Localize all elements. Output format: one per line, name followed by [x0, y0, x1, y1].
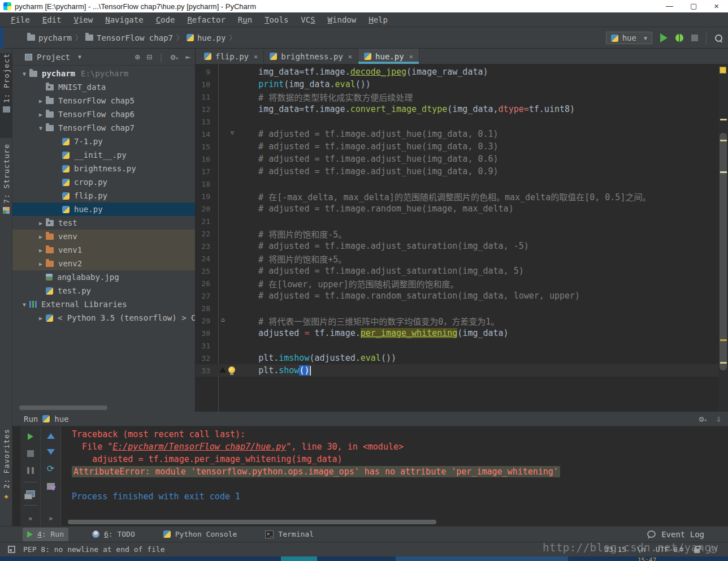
menu-help[interactable]: Help — [362, 14, 394, 26]
code-editor[interactable]: 9 img_data=tf.image.decode_jpeg(image_ra… — [196, 64, 718, 412]
intention-bulb-icon[interactable] — [228, 366, 235, 373]
code-line-27[interactable]: 27 # adjusted = tf.image.random_saturati… — [196, 290, 718, 302]
rerun-button[interactable] — [28, 433, 33, 440]
tool-window-tab-project[interactable]: 1: Project — [0, 53, 12, 138]
tree-item-tensorflow-chap6[interactable]: ▶TensorFlow chap6 — [12, 107, 195, 121]
code-text[interactable]: # adjusted = tf.image.adjust_saturation(… — [238, 241, 718, 251]
toolwindow-button-4-run[interactable]: 4: Run — [23, 528, 68, 541]
code-line-28[interactable]: 28 — [196, 302, 718, 314]
fold-marker-icon[interactable]: ▽ — [231, 130, 234, 136]
tree-item-pycharm[interactable]: ▼pycharmE:\pycharm — [12, 67, 195, 80]
editor-scrollbar-thumb[interactable] — [720, 133, 727, 370]
code-line-25[interactable]: 25 # adjusted = tf.image.adjust_saturati… — [196, 265, 718, 277]
tree-expand-arrow-icon[interactable]: ▼ — [19, 71, 29, 77]
locate-file-icon[interactable]: ⊕ — [135, 52, 140, 62]
gear-icon[interactable]: ⚙▾ — [171, 52, 179, 62]
split-view-icon[interactable]: ⊟ — [146, 52, 151, 62]
tree-item--python-3-5-tensorflow-c[interactable]: ▶< Python 3.5 (tensorflow) > C — [12, 311, 195, 325]
menu-window[interactable]: Window — [322, 14, 363, 26]
close-button[interactable]: × — [714, 0, 719, 12]
tree-item-tensorflow-chap7[interactable]: ▼TensorFlow chap7 — [12, 121, 195, 135]
code-line-20[interactable]: 20 # adjusted = tf.image.random_hue(imag… — [196, 202, 718, 215]
code-line-26[interactable]: 26 # 在[lower, upper]的范围随机调整图的饱和度。 — [196, 277, 718, 290]
code-line-15[interactable]: 15 # adjusted = tf.image.adjust_hue(img_… — [196, 140, 718, 153]
chevron-down-icon[interactable]: ▼ — [78, 54, 81, 60]
tree-expand-arrow-icon[interactable]: ▶ — [36, 315, 46, 321]
close-tab-icon[interactable]: ✕ — [348, 53, 352, 61]
tree-expand-arrow-icon[interactable]: ▶ — [36, 220, 46, 226]
tree-item-brightness-py[interactable]: brightness.py — [12, 162, 195, 175]
code-line-21[interactable]: 21 — [196, 215, 718, 227]
tree-item-venv2[interactable]: ▶venv2 — [12, 257, 195, 270]
warning-stripe-mark[interactable] — [720, 362, 727, 364]
code-text[interactable]: img_data=tf.image.decode_jpeg(image_raw_… — [238, 67, 718, 77]
file-encoding[interactable]: UTF-8 — [656, 545, 678, 554]
show-running-processes-icon[interactable] — [26, 490, 35, 497]
file-status-warning-indicator[interactable] — [720, 67, 726, 74]
next-trace-icon[interactable] — [47, 449, 55, 455]
menu-code[interactable]: Code — [150, 14, 181, 26]
code-line-18[interactable]: 18 — [196, 178, 718, 190]
tree-item-tensorflow-chap5[interactable]: ▶TensorFlow chap5 — [12, 94, 195, 107]
code-line-31[interactable]: 31 — [196, 339, 718, 352]
code-line-30[interactable]: 30 adjusted = tf.image.per_image_whiteni… — [196, 327, 718, 339]
code-text[interactable]: # adjusted = tf.image.random_hue(image, … — [238, 204, 718, 214]
warning-stripe-mark[interactable] — [720, 119, 727, 120]
gutter-nav-arrow-icon[interactable] — [219, 367, 226, 373]
tree-item-flip-py[interactable]: flip.py — [12, 189, 195, 202]
code-line-11[interactable]: 11 # 将数据的类型转化成实数方便后续处理 — [196, 90, 718, 103]
tree-item-test[interactable]: ▶test — [12, 216, 195, 230]
tree-item-mnist-data[interactable]: MNIST_data — [12, 80, 195, 94]
menu-view[interactable]: View — [67, 14, 99, 26]
tool-window-tab-structure[interactable]: 7: Structure — [0, 144, 12, 240]
tree-item-external-libraries[interactable]: ▼External Libraries — [12, 297, 195, 311]
code-line-13[interactable]: 13 — [196, 115, 718, 128]
tree-item--init-py[interactable]: __init__.py — [12, 148, 195, 162]
menu-navigate[interactable]: Navigate — [99, 14, 149, 26]
tree-expand-arrow-icon[interactable]: ▼ — [19, 301, 29, 308]
code-text[interactable]: # 将代表一张图片的三维矩阵中的数字均值变为0，方差变为1。 — [238, 315, 718, 327]
code-text[interactable]: # adjusted = tf.image.random_saturation(… — [238, 291, 718, 301]
project-horizontal-scrollbar[interactable] — [19, 405, 107, 410]
tree-item-venv1[interactable]: ▶venv1 — [12, 243, 195, 257]
menu-file[interactable]: File — [5, 14, 36, 26]
tree-expand-arrow-icon[interactable]: ▶ — [36, 261, 46, 267]
hide-panel-icon[interactable]: ⇩ — [716, 414, 721, 424]
code-line-24[interactable]: 24 # 将图片的饱和度+5。 — [196, 252, 718, 265]
code-line-33[interactable]: 33 plt.show() — [196, 364, 718, 377]
code-text[interactable]: # 将图片的饱和度-5。 — [238, 228, 718, 240]
breadcrumb-item[interactable]: pycharm — [27, 33, 72, 42]
code-line-9[interactable]: 9 img_data=tf.image.decode_jpeg(image_ra… — [196, 66, 718, 78]
caret-position[interactable]: 33:15 — [604, 545, 626, 554]
code-line-14[interactable]: 14▽ # adjusted = tf.image.adjust_hue(img… — [196, 128, 718, 140]
stop-process-button[interactable] — [27, 450, 34, 457]
debug-button[interactable] — [675, 34, 683, 42]
code-text[interactable]: plt.show() — [238, 365, 718, 376]
tree-expand-arrow-icon[interactable]: ▶ — [36, 98, 46, 104]
run-panel-config-name[interactable]: hue — [54, 415, 68, 424]
run-button[interactable] — [660, 33, 668, 42]
editor-tab-flip-py[interactable]: flip.py✕ — [198, 49, 264, 64]
code-line-29[interactable]: 29⌂ # 将代表一张图片的三维矩阵中的数字均值变为0，方差变为1。 — [196, 314, 718, 327]
more-actions-chevron[interactable]: » — [28, 515, 32, 523]
editor-tab-brightness-py[interactable]: brightness.py✕ — [264, 49, 358, 64]
code-line-17[interactable]: 17 # adjusted = tf.image.adjust_hue(img_… — [196, 165, 718, 178]
code-text[interactable]: # adjusted = tf.image.adjust_hue(img_dat… — [238, 154, 718, 164]
code-text[interactable]: adjusted = tf.image.per_image_whitening(… — [238, 328, 718, 338]
run-configuration-select[interactable]: hue ▼ — [606, 32, 652, 44]
code-line-22[interactable]: 22 # 将图片的饱和度-5。 — [196, 227, 718, 240]
warning-stripe-mark[interactable] — [720, 339, 727, 341]
code-line-19[interactable]: 19 # 在[-max_delta, max_delta]的范围随机调整图片的色… — [196, 190, 718, 202]
warning-stripe-mark[interactable] — [720, 171, 727, 173]
prev-trace-icon[interactable] — [47, 433, 55, 439]
code-text[interactable]: plt.imshow(adjusted.eval()) — [238, 353, 718, 363]
close-tab-icon[interactable]: ✕ — [254, 53, 258, 61]
encoding-selector-icon[interactable] — [679, 547, 684, 552]
code-line-32[interactable]: 32 plt.imshow(adjusted.eval()) — [196, 352, 718, 364]
tree-item-anglababy-jpg[interactable]: anglababy.jpg — [12, 270, 195, 284]
code-text[interactable]: # adjusted = tf.image.adjust_hue(img_dat… — [238, 129, 718, 139]
warning-stripe-mark[interactable] — [720, 140, 727, 141]
tree-expand-arrow-icon[interactable]: ▶ — [36, 234, 46, 240]
tree-expand-arrow-icon[interactable]: ▼ — [36, 125, 46, 131]
more-actions-chevron[interactable]: » — [49, 515, 53, 523]
